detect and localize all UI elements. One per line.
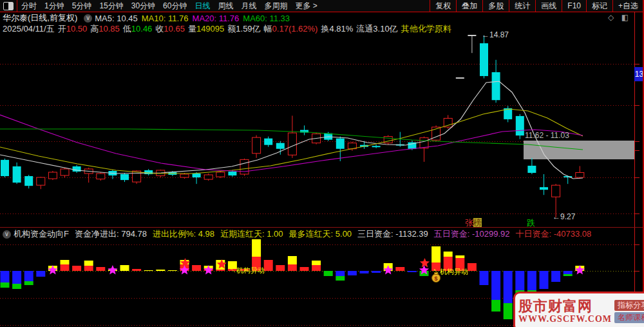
- fundflow-bar: [348, 271, 357, 275]
- candle: [24, 176, 33, 186]
- fundflow-bar: [24, 281, 33, 285]
- fundflow-bar: [132, 269, 141, 271]
- candle: [516, 116, 524, 135]
- indicator-field: 机构资金动向F: [14, 228, 69, 240]
- chart-corner-icons[interactable]: ◇ ◧: [608, 13, 631, 22]
- fundflow-bar: [156, 270, 165, 271]
- fundflow-bar: [444, 252, 453, 257]
- watermark-badges: 指标分享 名师课程: [614, 296, 644, 327]
- candle: [48, 172, 57, 179]
- fundflow-bar: [288, 256, 297, 264]
- indicator-field: 五日资金: -10299.92: [434, 228, 510, 240]
- candle: [264, 139, 272, 145]
- fundflow-bar: [12, 271, 21, 284]
- candle: [372, 146, 381, 147]
- peak-price-label: ←14.87: [482, 30, 509, 39]
- star-marker: [420, 258, 430, 267]
- fundflow-bar: [1, 282, 10, 288]
- gap-zone-box: [524, 141, 634, 159]
- fundflow-bar: [84, 261, 93, 266]
- trading-app-window: 分时1分钟5分钟15分钟30分钟60分钟日线周线月线多周期更多 > 复权叠加多股…: [0, 0, 644, 327]
- fundflow-bar: [96, 267, 105, 271]
- fundflow-bar: [324, 271, 333, 276]
- candle: [97, 173, 105, 179]
- fundflow-bar: [1, 271, 10, 282]
- candle: [240, 159, 249, 174]
- fundflow-bar: [192, 265, 201, 271]
- fundflow-bar: [24, 271, 33, 281]
- candle: [37, 177, 45, 185]
- candle: [61, 169, 69, 175]
- indicator-chevron-icon[interactable]: ∨: [3, 230, 11, 239]
- candle: [204, 175, 213, 179]
- fundflow-bar: [504, 303, 513, 319]
- watermark-text: 股市财富网 WWW.GSCFW.COM: [518, 296, 612, 327]
- candle: [420, 138, 428, 148]
- fundflow-bar: [540, 271, 549, 289]
- fundflow-bar: [264, 260, 273, 271]
- candle: [180, 174, 189, 177]
- fundflow-bar: [564, 274, 573, 276]
- candle: [552, 185, 560, 197]
- indicator-field: 三日资金: -1132.39: [357, 228, 428, 240]
- watermark-box: 股市财富网 WWW.GSCFW.COM 指标分享 名师课程: [513, 292, 644, 327]
- fundflow-bar: [431, 246, 440, 263]
- fundflow-bar: [336, 276, 345, 281]
- candle: [228, 172, 236, 175]
- fundflow-bar: [36, 271, 45, 277]
- fundflow-bar: [61, 264, 70, 271]
- low-price-label: ←9.27: [553, 212, 575, 221]
- candle: [288, 133, 296, 155]
- candle: [527, 166, 536, 173]
- fundflow-bar: [300, 267, 309, 271]
- candle: [1, 160, 9, 176]
- candle: [480, 43, 488, 76]
- indicator-field: 近期连红天: 1.00: [220, 228, 283, 240]
- indicator-field: 进出比例%: 4.98: [153, 228, 214, 240]
- fundflow-bar: [408, 271, 417, 272]
- fundflow-bar: [564, 271, 573, 274]
- fundflow-bar: [395, 267, 404, 271]
- watermark-badge: 名师课程: [614, 312, 644, 323]
- indicator-values: 机构资金动向F资金净进出: 794.78进出比例%: 4.98近期连红天: 1.…: [14, 228, 597, 240]
- candle: [216, 172, 225, 177]
- candle: [336, 139, 345, 149]
- fundflow-bar: [527, 271, 536, 290]
- institution-alert-label: ↖机构异动: [229, 266, 265, 275]
- candle: [444, 118, 452, 127]
- fundflow-bar: [168, 270, 177, 271]
- fundflow-bar: [468, 263, 477, 271]
- gap-range-label: 11.62 - 11.03: [525, 131, 569, 140]
- candle: [193, 173, 201, 177]
- fundflow-bar: [288, 264, 297, 271]
- fundflow-bar: [515, 271, 524, 290]
- fundflow-bar: [61, 260, 70, 264]
- fundflow-bar: [144, 270, 153, 271]
- fundflow-bar: [336, 271, 345, 276]
- candle: [13, 166, 21, 183]
- indicator-field: 资金净进出: 794.78: [75, 228, 147, 240]
- fundflow-bar: [252, 239, 261, 257]
- fundflow-bar: [480, 271, 489, 285]
- fundflow-bar: [84, 266, 93, 271]
- institution-alert-label: ↖机构异动: [433, 267, 468, 277]
- fundflow-bar: [372, 271, 381, 273]
- candle: [276, 143, 285, 149]
- watermark-badge: 指标分享: [614, 300, 644, 311]
- candle: [120, 174, 129, 180]
- fundflow-bar: [491, 271, 500, 300]
- main-chart-canvas[interactable]: $: [0, 0, 644, 327]
- candle: [540, 187, 548, 190]
- indicator-header: ∨ 机构资金动向F资金净进出: 794.78进出比例%: 4.98近期连红天: …: [0, 227, 644, 241]
- fundflow-bar: [12, 284, 21, 289]
- indicator-field: 十日资金: -40733.08: [515, 228, 591, 240]
- fundflow-bar: [216, 270, 225, 271]
- candle: [492, 72, 500, 100]
- candle: [576, 173, 584, 178]
- fundflow-bar: [72, 266, 81, 271]
- fundflow-bar: [276, 265, 285, 271]
- watermark-title: 股市财富网: [518, 299, 612, 314]
- star-marker: [108, 265, 117, 274]
- fundflow-bar: [312, 261, 321, 265]
- fundflow-bar: [551, 271, 560, 282]
